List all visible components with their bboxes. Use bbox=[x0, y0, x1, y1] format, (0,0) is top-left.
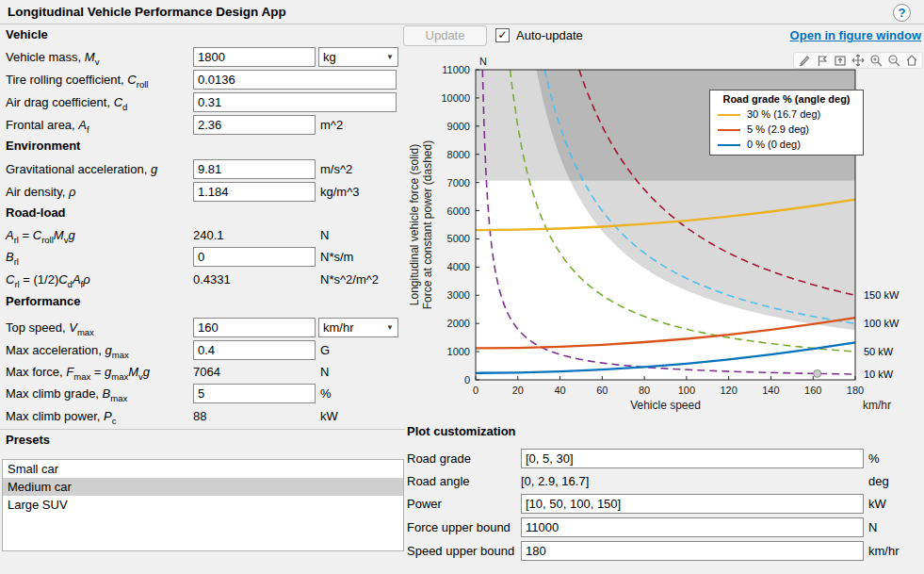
y-tick-label: 2000 bbox=[447, 318, 470, 329]
x-tick-label: 60 bbox=[596, 385, 608, 396]
c-rl-unit: N*s^2/m^2 bbox=[320, 270, 379, 290]
force-upper-bound-input[interactable] bbox=[521, 517, 864, 537]
legend-label-5pct: 5 % (2.9 deg) bbox=[747, 123, 809, 135]
max-force-value: 7064 bbox=[193, 362, 220, 383]
chevron-down-icon: ▼ bbox=[386, 48, 394, 67]
max-accel-row: Max acceleration, gmax G bbox=[6, 340, 405, 361]
open-figure-link[interactable]: Open in figure window bbox=[735, 25, 921, 46]
air-drag-input[interactable] bbox=[193, 92, 397, 112]
top-speed-unit-dropdown[interactable]: km/hr ▼ bbox=[318, 318, 398, 337]
zoom-in-icon[interactable] bbox=[869, 54, 883, 67]
y-tick-label: 8000 bbox=[447, 149, 470, 160]
max-accel-input[interactable] bbox=[193, 340, 316, 360]
power-curve-marker[interactable] bbox=[814, 369, 821, 377]
presets-separator bbox=[0, 429, 405, 430]
road-grade-input[interactable] bbox=[521, 449, 864, 468]
datatips-icon[interactable] bbox=[816, 54, 829, 67]
speed-upper-bound-label: Speed upper bound bbox=[407, 541, 514, 562]
pan-icon[interactable] bbox=[851, 54, 865, 67]
y-tick-label: 10000 bbox=[441, 92, 470, 104]
x-tick-label: 80 bbox=[639, 385, 650, 396]
vehicle-heading: Vehicle bbox=[6, 27, 48, 41]
legend-entry-5pct: 5 % (2.9 deg) bbox=[710, 122, 863, 137]
power-label: Power bbox=[407, 494, 442, 515]
speed-upper-bound-unit: km/hr bbox=[868, 541, 900, 562]
y-tick-label: 0 bbox=[464, 374, 470, 385]
legend-line-swatch-0pct bbox=[718, 144, 740, 146]
y-tick-label: 4000 bbox=[447, 261, 470, 272]
speed-upper-bound-row: Speed upper bound km/hr bbox=[407, 541, 921, 562]
tire-rolling-label: Tire rolling coefficient, Croll bbox=[6, 70, 148, 95]
export-icon[interactable] bbox=[834, 54, 847, 67]
checkmark-icon: ✓ bbox=[497, 28, 507, 41]
auto-update-label: Auto-update bbox=[516, 25, 583, 46]
power-curve-label-50kw: 50 kW bbox=[864, 346, 894, 357]
gravity-label: Gravitational acceleration, g bbox=[6, 159, 157, 180]
legend-line-swatch-5pct bbox=[718, 129, 740, 131]
air-density-input[interactable] bbox=[193, 182, 316, 202]
air-density-unit: kg/m^3 bbox=[320, 182, 360, 203]
road-grade-unit: % bbox=[868, 449, 880, 469]
y-tick-label: 3000 bbox=[447, 289, 470, 301]
vehicle-mass-row: Vehicle mass, Mv kg ▼ bbox=[6, 47, 405, 68]
max-climb-grade-unit: % bbox=[320, 384, 332, 404]
x-axis-label: Vehicle speed bbox=[630, 399, 701, 412]
home-icon[interactable] bbox=[905, 54, 918, 67]
road-grade-row: Road grade % bbox=[407, 449, 921, 469]
brush-icon[interactable] bbox=[798, 54, 811, 67]
zoom-out-icon[interactable] bbox=[887, 54, 900, 67]
road-angle-row: Road angle [0, 2.9, 16.7] deg bbox=[407, 471, 921, 492]
update-button[interactable]: Update bbox=[403, 25, 487, 46]
y-axis-label-line2: Force at constant power (dashed) bbox=[421, 140, 434, 309]
y-tick-label: 9000 bbox=[447, 121, 470, 132]
plot-customization-heading: Plot customization bbox=[407, 424, 516, 438]
axes-toolbar bbox=[793, 52, 923, 69]
b-rl-row: Brl N*s/m bbox=[6, 247, 405, 268]
preset-item-small-car[interactable]: Small car bbox=[3, 460, 403, 478]
max-climb-power-label: Max climb power, Pc bbox=[6, 406, 116, 432]
b-rl-label: Brl bbox=[6, 247, 19, 272]
preset-item-medium-car[interactable]: Medium car bbox=[3, 478, 403, 496]
power-input[interactable] bbox=[521, 494, 864, 514]
top-speed-input[interactable] bbox=[193, 318, 316, 337]
top-speed-label: Top speed, Vmax bbox=[6, 318, 94, 343]
frontal-area-input[interactable] bbox=[193, 115, 316, 135]
x-tick-label: 100 bbox=[678, 385, 695, 396]
legend-line-swatch-30pct bbox=[718, 114, 740, 116]
gravity-input[interactable] bbox=[193, 159, 316, 179]
frontal-area-row: Frontal area, Af m^2 bbox=[6, 115, 405, 136]
legend-entry-30pct: 30 % (16.7 deg) bbox=[710, 107, 863, 122]
max-accel-unit: G bbox=[320, 340, 330, 361]
max-climb-grade-input[interactable] bbox=[193, 384, 316, 403]
legend-label-30pct: 30 % (16.7 deg) bbox=[747, 108, 820, 120]
legend-label-0pct: 0 % (0 deg) bbox=[747, 139, 801, 150]
top-speed-row: Top speed, Vmax km/hr ▼ bbox=[6, 318, 405, 338]
y-tick-label: 7000 bbox=[447, 177, 470, 189]
force-upper-bound-row: Force upper bound N bbox=[407, 517, 921, 538]
power-row: Power kW bbox=[407, 494, 921, 515]
y-tick-label: 11000 bbox=[442, 64, 470, 75]
air-density-row: Air density, ρ kg/m^3 bbox=[6, 182, 405, 203]
tire-rolling-input[interactable] bbox=[193, 70, 397, 90]
road-angle-label: Road angle bbox=[407, 471, 470, 492]
max-climb-power-value: 88 bbox=[193, 406, 206, 427]
b-rl-input[interactable] bbox=[193, 247, 316, 267]
x-tick-label: 0 bbox=[473, 385, 478, 396]
x-tick-label: 40 bbox=[554, 385, 565, 396]
vehicle-mass-input[interactable] bbox=[193, 47, 316, 67]
frontal-area-label: Frontal area, Af bbox=[6, 115, 89, 140]
auto-update-checkbox[interactable]: ✓ bbox=[495, 28, 510, 42]
vehicle-mass-unit-value: kg bbox=[323, 50, 336, 64]
x-tick-label: 160 bbox=[804, 385, 821, 396]
max-climb-grade-row: Max climb grade, Bmax % bbox=[6, 384, 405, 404]
performance-heading: Performance bbox=[6, 294, 80, 308]
tire-rolling-row: Tire rolling coefficient, Croll bbox=[6, 70, 405, 90]
c-rl-row: Crl = (1/2)CdAfρ 0.4331 N*s^2/m^2 bbox=[6, 270, 405, 290]
speed-upper-bound-input[interactable] bbox=[521, 541, 864, 561]
vehicle-mass-unit-dropdown[interactable]: kg ▼ bbox=[318, 47, 398, 67]
force-upper-bound-unit: N bbox=[868, 517, 877, 538]
vehicle-mass-label: Vehicle mass, Mv bbox=[6, 47, 99, 73]
preset-item-large-suv[interactable]: Large SUV bbox=[3, 496, 403, 514]
help-button[interactable]: ? bbox=[893, 4, 911, 22]
x-tick-label: 120 bbox=[720, 385, 737, 396]
